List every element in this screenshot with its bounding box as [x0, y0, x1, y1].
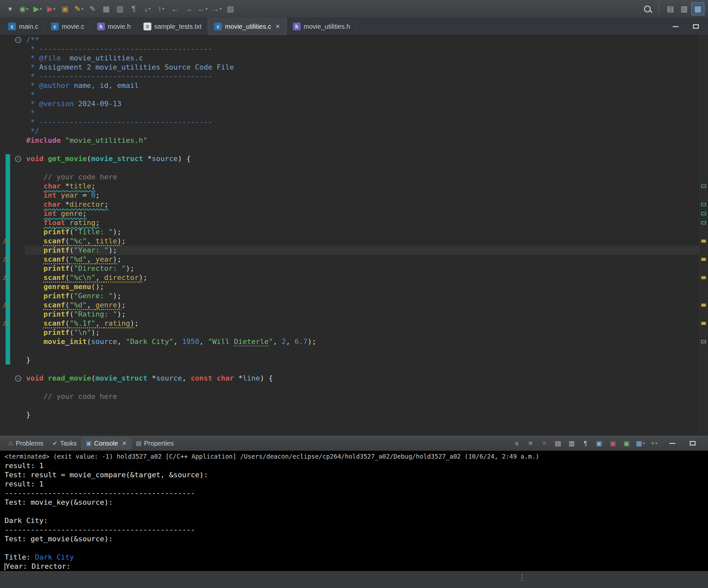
c-file-icon: c: [8, 23, 16, 30]
code-token: [26, 228, 43, 236]
editor-tab-movie.c[interactable]: cmovie.c: [45, 18, 91, 35]
display-console-button[interactable]: ▦▾: [634, 437, 647, 450]
last-edit-location-button[interactable]: ←: [168, 2, 181, 16]
maximize-editor-button[interactable]: [689, 20, 703, 33]
view-tab-close-icon[interactable]: ✕: [122, 440, 126, 447]
code-token: );: [113, 228, 122, 236]
console-line: Test: get_movie(&source):: [5, 534, 708, 544]
ruler-warning-mark[interactable]: [701, 240, 706, 243]
console-view[interactable]: <terminated> (exit value: -1) hold3527_a…: [0, 451, 708, 571]
view-tab-console[interactable]: ▣Console✕: [81, 437, 131, 449]
warning-icon[interactable]: ⚠: [3, 256, 8, 263]
text-cursor: [5, 563, 5, 570]
ruler-warning-mark[interactable]: [701, 304, 706, 307]
code-line: int year = 0;: [25, 191, 700, 200]
search-button[interactable]: [642, 2, 655, 16]
code-token: ;: [117, 255, 121, 263]
minimize-console-button[interactable]: [666, 437, 679, 450]
code-token: ,: [87, 255, 95, 263]
tab-close-icon[interactable]: ✕: [275, 23, 280, 30]
toolbar-overflow-button[interactable]: ▾: [4, 2, 17, 16]
editor-tab-movie_utilities.c[interactable]: cmovie_utilities.c✕: [208, 18, 286, 35]
perspective-cpp-button[interactable]: ▦: [691, 2, 704, 16]
ruler-warning-mark[interactable]: [701, 322, 706, 325]
warning-icon[interactable]: ⚠: [3, 274, 8, 281]
show-stdout-button[interactable]: ▣: [593, 437, 606, 450]
ruler-warning-mark[interactable]: [701, 276, 706, 279]
ruler-spelling-mark[interactable]: [701, 340, 706, 343]
code-token: source: [156, 374, 182, 382]
tasks-view-icon: ✔: [53, 440, 58, 447]
clear-console-button[interactable]: ▤: [552, 437, 564, 450]
warning-icon[interactable]: ⚠: [3, 302, 8, 309]
editor-tab-sample_tests.txt[interactable]: ≡sample_tests.txt: [137, 18, 208, 35]
code-token: get_movie: [48, 155, 87, 163]
remove-all-launches-button[interactable]: ✕: [538, 437, 551, 450]
code-editor[interactable]: ⚠⚠⚠⚠⚠−−− /** * -------------------------…: [0, 35, 708, 436]
code-token: scanf: [43, 255, 65, 263]
editor-tab-movie.h[interactable]: hmovie.h: [91, 18, 137, 35]
code-token: [26, 310, 43, 318]
edit-button[interactable]: ✎: [86, 2, 99, 16]
run-button[interactable]: ▶▾: [31, 2, 44, 16]
code-token: ;: [121, 237, 125, 245]
fold-collapse-icon[interactable]: −: [15, 156, 21, 162]
copy-button-icon: ▦: [102, 5, 110, 13]
code-line: scanf("%.1f", rating);: [25, 319, 700, 328]
next-edit-location-button[interactable]: →: [182, 2, 195, 16]
code-token: movie_utilities.c: [69, 54, 143, 62]
terminate-button[interactable]: ■: [510, 437, 523, 450]
open-perspective-button[interactable]: ▥: [678, 2, 691, 16]
sash-handle-icon[interactable]: ⋮: [519, 574, 526, 582]
code-token: (: [69, 292, 73, 300]
code-area[interactable]: /** * ----------------------------------…: [25, 35, 700, 420]
remove-all-launches-button-icon: ✕: [542, 440, 547, 446]
remove-launch-button[interactable]: ✕: [524, 437, 537, 450]
console-text: Dark City:: [5, 517, 48, 525]
warning-icon[interactable]: ⚠: [3, 238, 8, 245]
code-token: float: [43, 219, 65, 227]
code-line: [25, 346, 700, 355]
ruler-info-mark[interactable]: [701, 185, 706, 188]
show-stderr-button[interactable]: ▣: [606, 437, 619, 450]
ruler-info-mark[interactable]: [701, 212, 706, 215]
previous-annotation-button[interactable]: ↑▾: [155, 2, 168, 16]
warning-icon[interactable]: ⚠: [3, 320, 8, 327]
scroll-lock-button[interactable]: ▥: [565, 437, 578, 450]
copy-button[interactable]: ▦: [100, 2, 113, 16]
ruler-info-mark[interactable]: [701, 203, 706, 206]
show-view-button[interactable]: ▥: [113, 2, 126, 16]
fold-collapse-icon[interactable]: −: [15, 375, 21, 381]
console-text: result: 1: [5, 480, 43, 488]
code-token: (: [65, 273, 69, 282]
view-tab-problems[interactable]: ⚠Problems: [3, 437, 48, 449]
highlight-button[interactable]: ✎▾: [72, 2, 85, 16]
new-editor-button[interactable]: ▧: [224, 2, 237, 16]
code-token: *: [61, 200, 70, 209]
clear-console-button-icon: ▤: [555, 440, 561, 446]
open-console-button[interactable]: +▾: [648, 437, 660, 450]
open-task-button[interactable]: ▣: [59, 2, 71, 16]
console-text: result: 1: [5, 462, 43, 470]
fold-collapse-icon[interactable]: −: [15, 37, 21, 43]
editor-tab-main.c[interactable]: cmain.c: [2, 18, 45, 35]
word-wrap-button[interactable]: ¶: [579, 437, 592, 450]
maximize-console-button[interactable]: [686, 437, 699, 450]
code-token: ;: [121, 301, 125, 309]
forward-button[interactable]: →▾: [210, 2, 223, 16]
minimize-editor-button[interactable]: [669, 20, 682, 33]
ruler-warning-mark[interactable]: [701, 258, 706, 261]
next-annotation-button[interactable]: ↓▾: [141, 2, 154, 16]
profile-button[interactable]: ▶▾: [45, 2, 58, 16]
code-token: (: [69, 264, 73, 273]
ruler-info-mark[interactable]: [701, 221, 706, 224]
pin-console-button[interactable]: ▣: [620, 437, 633, 450]
back-button[interactable]: ←▾: [196, 2, 209, 16]
editor-gutter: ⚠⚠⚠⚠⚠−−−: [0, 35, 25, 436]
view-tab-properties[interactable]: ▤Properties: [131, 437, 178, 449]
debug-button[interactable]: ◉▾: [17, 2, 30, 16]
editor-presentation-button[interactable]: ▤: [664, 2, 677, 16]
editor-tab-movie_utilities.h[interactable]: hmovie_utilities.h: [287, 18, 357, 35]
show-whitespace-button[interactable]: ¶: [127, 2, 140, 16]
view-tab-tasks[interactable]: ✔Tasks: [48, 437, 81, 449]
